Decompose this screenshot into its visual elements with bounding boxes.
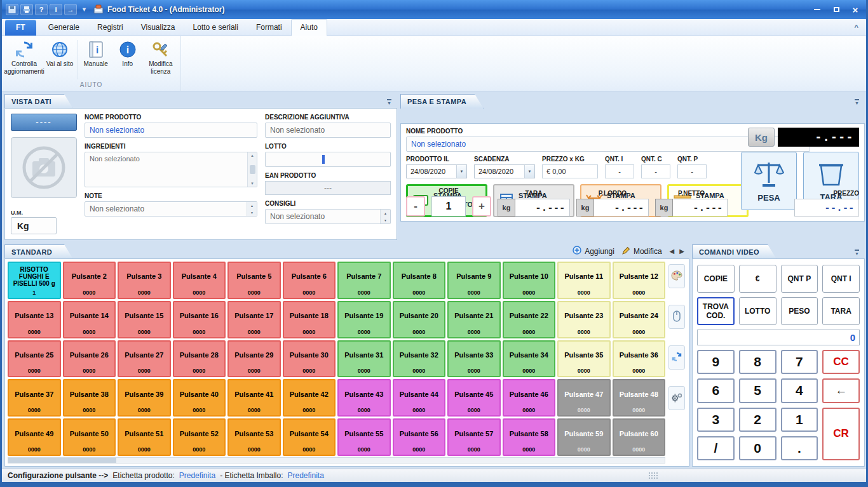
modifica-button[interactable]: Modifica (622, 246, 662, 257)
aggiungi-button[interactable]: Aggiungi (573, 246, 614, 257)
etichetta-imballo-link[interactable]: Predefinita (288, 471, 324, 480)
close-button[interactable]: × (851, 5, 860, 14)
note-input[interactable]: Non selezionato ▲▼ (85, 201, 257, 217)
etichetta-prodotto-link[interactable]: Predefinita (179, 471, 215, 480)
manuale-button[interactable]: i Manuale (80, 38, 112, 69)
vista-dati-collapse-icon[interactable]: ▼ (387, 99, 391, 105)
grid-button-1[interactable]: RISOTTO FUNGHI E PISELLI 500 g1 (8, 262, 61, 299)
nome-prodotto-input[interactable]: Non selezionato (85, 123, 257, 138)
grid-button-27[interactable]: Pulsante 270000 (118, 340, 171, 378)
prodotto-il-select[interactable]: 24/08/2020 ▼ (406, 164, 467, 178)
mouse-tool-button[interactable] (668, 305, 685, 329)
numpad-key-8[interactable]: 8 (739, 350, 776, 374)
grid-button-20[interactable]: Pulsante 200000 (393, 301, 446, 338)
grid-button-34[interactable]: Pulsante 340000 (503, 340, 556, 378)
qat-dropdown-icon[interactable]: ▼ (81, 6, 87, 13)
consigli-spinner[interactable]: ▲▼ (380, 210, 390, 223)
refresh-tool-button[interactable] (668, 345, 685, 370)
numpad-key-.[interactable]: . (781, 436, 818, 460)
note-spinner[interactable]: ▲▼ (247, 202, 257, 216)
grid-button-18[interactable]: Pulsante 180000 (283, 301, 336, 338)
pnetto-unit-button[interactable]: kg (655, 199, 673, 217)
tara-unit-button[interactable]: kg (498, 199, 515, 217)
value-display[interactable]: 0 (697, 330, 860, 345)
modifica-licenza-button[interactable]: Modifica licenza (144, 38, 178, 76)
pesa-e-stampa-collapse-icon[interactable]: ▼ (855, 99, 859, 105)
grid-button-60[interactable]: Pulsante 600000 (613, 418, 666, 456)
grid-button-9[interactable]: Pulsante 90000 (447, 262, 501, 299)
grid-button-41[interactable]: Pulsante 410000 (227, 379, 281, 417)
help-icon[interactable]: ? (35, 4, 48, 15)
grid-button-12[interactable]: Pulsante 120000 (613, 262, 666, 299)
grid-button-14[interactable]: Pulsante 140000 (63, 301, 116, 338)
grid-button-32[interactable]: Pulsante 320000 (393, 340, 446, 378)
qnt-c-input[interactable]: - (641, 164, 670, 178)
numpad-key-5[interactable]: 5 (739, 378, 776, 403)
grid-button-16[interactable]: Pulsante 160000 (173, 301, 226, 338)
grid-button-13[interactable]: Pulsante 130000 (8, 301, 61, 338)
grid-button-28[interactable]: Pulsante 280000 (173, 340, 226, 378)
minimize-button[interactable] (813, 5, 822, 14)
scrollbar-thumb[interactable] (8, 458, 116, 463)
fn-key-trova-cod[interactable]: TROVA COD. (697, 297, 735, 325)
fn-key-copie[interactable]: COPIE (697, 265, 735, 293)
page-right-icon[interactable]: ▶ (679, 248, 684, 255)
grid-button-8[interactable]: Pulsante 80000 (393, 262, 446, 299)
tab-registri[interactable]: Registri (88, 20, 132, 36)
settings-tool-button[interactable] (668, 386, 685, 410)
grid-button-35[interactable]: Pulsante 350000 (557, 340, 611, 378)
numpad-key-3[interactable]: 3 (697, 408, 735, 432)
grid-horizontal-scrollbar[interactable] (8, 457, 665, 464)
grid-button-45[interactable]: Pulsante 450000 (447, 379, 501, 417)
ingredienti-scrollbar[interactable]: ▲▼ (247, 152, 257, 187)
grid-button-23[interactable]: Pulsante 230000 (557, 301, 611, 338)
copie-minus-button[interactable]: - (406, 196, 425, 217)
grid-button-46[interactable]: Pulsante 460000 (503, 379, 556, 417)
numpad-key-7[interactable]: 7 (781, 350, 818, 374)
controlla-aggiornamenti-button[interactable]: Controlla aggiornamenti (4, 38, 44, 76)
fn-key-[interactable]: € (739, 265, 776, 293)
palette-tool-button[interactable] (668, 264, 685, 288)
grid-button-4[interactable]: Pulsante 40000 (173, 262, 226, 299)
grid-button-3[interactable]: Pulsante 30000 (118, 262, 171, 299)
grid-button-25[interactable]: Pulsante 250000 (8, 340, 61, 378)
grid-button-30[interactable]: Pulsante 300000 (283, 340, 336, 378)
grid-button-39[interactable]: Pulsante 390000 (118, 379, 171, 417)
tab-formati[interactable]: Formati (247, 20, 291, 36)
numpad-key-4[interactable]: 4 (781, 378, 818, 403)
grid-button-58[interactable]: Pulsante 580000 (503, 418, 556, 456)
chevron-down-icon[interactable]: ▼ (524, 165, 534, 178)
numpad-key-/[interactable]: / (697, 436, 735, 460)
info-button[interactable]: i Info (112, 38, 144, 69)
chevron-down-icon[interactable]: ▼ (456, 165, 466, 178)
grid-button-40[interactable]: Pulsante 400000 (173, 379, 226, 417)
tab-visualizza[interactable]: Visualizza (132, 20, 184, 36)
ribbon-collapse-icon[interactable]: ^ (855, 23, 858, 31)
lotto-input[interactable] (265, 152, 391, 167)
grid-button-38[interactable]: Pulsante 380000 (63, 379, 116, 417)
grid-button-48[interactable]: Pulsante 480000 (613, 379, 666, 417)
comandi-video-collapse-icon[interactable]: ▼ (855, 250, 859, 256)
grid-button-17[interactable]: Pulsante 170000 (227, 301, 281, 338)
grid-button-19[interactable]: Pulsante 190000 (337, 301, 391, 338)
tab-aiuto[interactable]: Aiuto (291, 19, 327, 36)
grid-button-56[interactable]: Pulsante 560000 (393, 418, 446, 456)
grid-button-24[interactable]: Pulsante 240000 (613, 301, 666, 338)
grid-button-47[interactable]: Pulsante 470000 (557, 379, 611, 417)
grid-button-2[interactable]: Pulsante 20000 (63, 262, 116, 299)
numpad-key-CR[interactable]: CR (822, 408, 860, 461)
fn-key-peso[interactable]: PESO (781, 297, 818, 325)
ingredienti-input[interactable]: Non selezionato ▲▼ (85, 152, 257, 187)
grid-button-31[interactable]: Pulsante 310000 (337, 340, 391, 378)
fn-key-qnt-p[interactable]: QNT P (781, 265, 818, 293)
numpad-key-9[interactable]: 9 (697, 350, 735, 374)
grid-button-57[interactable]: Pulsante 570000 (447, 418, 501, 456)
grid-button-55[interactable]: Pulsante 550000 (337, 418, 391, 456)
grid-button-5[interactable]: Pulsante 50000 (227, 262, 281, 299)
info-icon[interactable]: i (50, 4, 62, 15)
grid-button-37[interactable]: Pulsante 370000 (8, 379, 61, 417)
numpad-key-0[interactable]: 0 (739, 436, 776, 460)
qnt-i-input[interactable]: - (605, 164, 634, 178)
qnt-p-input[interactable]: - (677, 164, 707, 178)
numpad-key-1[interactable]: 1 (781, 408, 818, 432)
